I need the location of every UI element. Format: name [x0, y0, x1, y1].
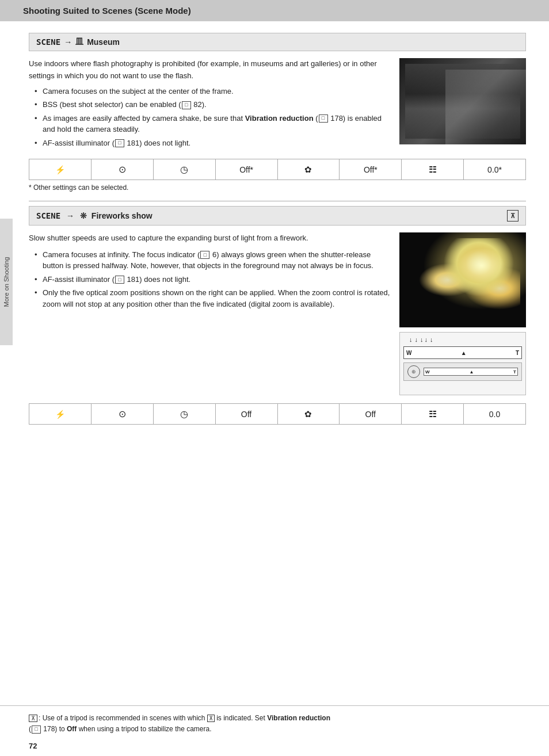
- ref-box-181-museum: □: [115, 139, 124, 147]
- museum-self-value-cell: Off*: [216, 159, 278, 180]
- vibration-reduction-label: Vibration reduction: [245, 114, 314, 123]
- scene-label-fireworks: SCENE: [36, 211, 60, 220]
- section-divider: [29, 201, 526, 201]
- museum-timer-cell: ⊙: [92, 159, 154, 180]
- museum-section-heading: SCENE → 皿 Museum: [29, 33, 526, 51]
- museum-self-value: Off*: [239, 165, 253, 174]
- museum-ev-value: 0.0*: [487, 165, 502, 174]
- ref-box-178-footer: □: [32, 726, 41, 734]
- fireworks-text-block: Slow shutter speeds are used to capture …: [29, 232, 390, 395]
- museum-macro-value: Off*: [364, 165, 378, 174]
- footer-off-label: Off: [67, 725, 77, 733]
- arrow-icon-fireworks: →: [66, 211, 74, 220]
- timer-icon-museum: ⊙: [119, 164, 126, 175]
- fireworks-ev-value-cell: 0.0: [464, 404, 525, 424]
- zoom-circle-icon: ⊕: [407, 365, 420, 378]
- footer-note-ref: (□ 178) to: [29, 725, 67, 733]
- fireworks-bullet-1: Camera focuses at infinity. The focus in…: [35, 249, 390, 272]
- ref-box-6: □: [200, 251, 209, 259]
- tripod-icon: ⊼: [507, 210, 518, 222]
- tick-arrow-3: ↓: [420, 336, 424, 343]
- ref-box-178-museum: □: [319, 114, 328, 123]
- fireworks-ev-cell: ☷: [402, 404, 464, 424]
- fireworks-settings-row: ⚡ ⊙ ◷ Off ✿ Off ☷ 0.0: [29, 403, 526, 425]
- zoom-lower-labels: W ▲ T: [425, 369, 516, 375]
- tripod-footer-icon: ⊼: [29, 715, 37, 722]
- zoom-diagram: ↓ ↓ ↓ ↓ ↓ W ▲ T ⊕: [399, 332, 526, 395]
- self-icon-museum: ◷: [180, 164, 188, 175]
- museum-photo: [399, 58, 526, 144]
- fireworks-right-panel: ↓ ↓ ↓ ↓ ↓ W ▲ T ⊕: [399, 232, 526, 395]
- tripod-icon-inline: ⊼: [207, 715, 215, 722]
- zoom-lower-bar: ⊕ W ▲ T: [403, 362, 522, 381]
- fireworks-layout: Slow shutter speeds are used to capture …: [29, 232, 526, 395]
- fireworks-self-value: Off: [241, 410, 251, 419]
- fireworks-macro-cell: ✿: [278, 404, 340, 424]
- museum-intro: Use indoors where flash photography is p…: [29, 58, 390, 82]
- fireworks-title: Fireworks show: [92, 211, 152, 220]
- zoom-indicator: ▲: [461, 350, 467, 356]
- fireworks-intro: Slow shutter speeds are used to capture …: [29, 232, 390, 245]
- museum-text-block: Use indoors where flash photography is p…: [29, 58, 390, 151]
- header-title: Shooting Suited to Scenes (Scene Mode): [23, 6, 191, 16]
- museum-layout: Use indoors where flash photography is p…: [29, 58, 526, 151]
- museum-bullet-4: AF-assist illuminator (□ 181) does not l…: [35, 138, 390, 149]
- page-number: 72: [0, 739, 549, 756]
- self-icon-fireworks: ◷: [180, 408, 188, 419]
- museum-macro-value-cell: Off*: [340, 159, 402, 180]
- tick-arrow-2: ↓: [415, 336, 418, 343]
- fireworks-photo-sim: [399, 232, 526, 327]
- museum-bullet-1: Camera focuses on the subject at the cen…: [35, 86, 390, 97]
- fireworks-macro-value-cell: Off: [340, 404, 402, 424]
- fireworks-bullet-2: AF-assist illuminator (□ 181) does not l…: [35, 274, 390, 285]
- zoom-bar-upper: W ▲ T: [403, 346, 522, 359]
- fireworks-ev-value: 0.0: [489, 410, 500, 419]
- macro-icon-fireworks: ✿: [304, 409, 312, 419]
- footer-vibration-reduction: Vibration reduction: [267, 714, 330, 722]
- page: Shooting Suited to Scenes (Scene Mode) M…: [0, 0, 549, 756]
- timer-icon-fireworks: ⊙: [119, 408, 126, 419]
- zoom-lower-inner-bar: W ▲ T: [424, 368, 518, 376]
- arrow-icon-museum: →: [64, 37, 72, 47]
- tick-arrow-1: ↓: [409, 336, 413, 343]
- ev-icon-museum: ☷: [429, 165, 436, 175]
- zoom-w-label: W: [406, 350, 411, 356]
- ev-icon-fireworks: ☷: [429, 409, 436, 419]
- zoom-lower-t: T: [513, 369, 516, 375]
- fireworks-self-cell: ◷: [154, 404, 216, 424]
- fireworks-bullet-list: Camera focuses at infinity. The focus in…: [29, 249, 390, 310]
- museum-icon: 皿: [75, 37, 83, 47]
- zoom-t-label: T: [516, 350, 519, 356]
- main-content: SCENE → 皿 Museum Use indoors where flash…: [0, 21, 549, 705]
- museum-photo-sim: [399, 58, 526, 144]
- museum-bullet-2: BSS (best shot selector) can be enabled …: [35, 99, 390, 110]
- museum-bullet-3: As images are easily affected by camera …: [35, 113, 390, 135]
- tick-arrow-5: ↓: [430, 336, 433, 343]
- macro-icon-museum: ✿: [304, 165, 312, 175]
- museum-self-cell: ◷: [154, 159, 216, 180]
- sidebar-label: More on Shooting: [0, 219, 13, 345]
- museum-settings-row: ⚡ ⊙ ◷ Off* ✿ Off* ☷ 0.0*: [29, 159, 526, 180]
- fireworks-icon: ❊: [80, 211, 87, 220]
- zoom-circle-dot: ⊕: [411, 369, 416, 375]
- flash-icon-museum: ⚡: [55, 165, 65, 174]
- fireworks-photo: [399, 232, 526, 327]
- zoom-lower-w: W: [425, 369, 430, 375]
- scene-label-museum: SCENE: [36, 37, 60, 47]
- museum-flash-cell: ⚡: [29, 159, 92, 180]
- ref-box-82: □: [182, 101, 191, 109]
- tick-arrow-4: ↓: [425, 336, 428, 343]
- footer-note-middle: is indicated. Set: [215, 714, 267, 722]
- fireworks-bullet-3: Only the five optical zoom positions sho…: [35, 287, 390, 310]
- footer-note-suffix: when using a tripod to stabilize the cam…: [77, 725, 211, 733]
- museum-ev-cell: ☷: [402, 159, 464, 180]
- fireworks-macro-value: Off: [365, 410, 376, 419]
- museum-settings-note: * Other settings can be selected.: [29, 184, 526, 192]
- museum-ev-value-cell: 0.0*: [464, 159, 525, 180]
- museum-title: Museum: [87, 37, 120, 47]
- fireworks-section-heading: SCENE → ❊ Fireworks show ⊼: [29, 206, 526, 226]
- page-header: Shooting Suited to Scenes (Scene Mode): [0, 0, 549, 21]
- footer-note: ⊼: Use of a tripod is recommended in sce…: [0, 705, 549, 739]
- fireworks-self-value-cell: Off: [216, 404, 278, 424]
- fireworks-timer-cell: ⊙: [92, 404, 154, 424]
